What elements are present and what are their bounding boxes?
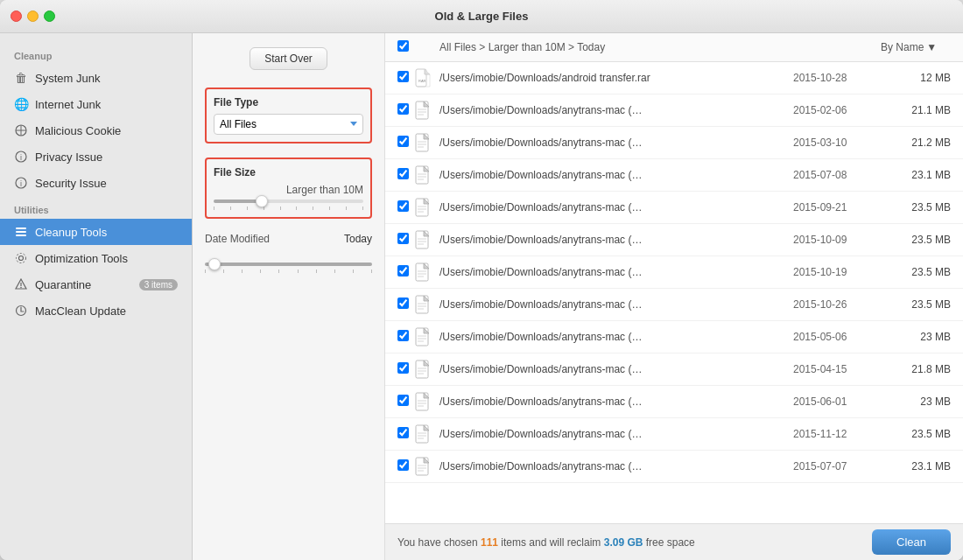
- row-checkbox-1[interactable]: [397, 103, 415, 117]
- row-check-input-7[interactable]: [397, 298, 409, 309]
- row-checkbox-4[interactable]: [397, 200, 415, 214]
- date-tick-1: [205, 270, 206, 273]
- table-row: RAR /Users/imobie/Downloads/android tran…: [385, 62, 963, 94]
- row-check-input-4[interactable]: [397, 200, 409, 212]
- row-check-input-8[interactable]: [397, 330, 409, 341]
- table-row: /Users/imobie/Downloads/anytrans-mac (… …: [385, 289, 963, 321]
- row-checkbox-3[interactable]: [397, 168, 415, 182]
- privacy-icon: i: [14, 150, 28, 164]
- filter-panel: Start Over File Type All Files Archives …: [193, 33, 385, 560]
- clean-button[interactable]: Clean: [872, 529, 951, 555]
- row-checkbox-6[interactable]: [397, 265, 415, 279]
- row-checkbox-8[interactable]: [397, 330, 415, 344]
- file-icon-1: [415, 101, 434, 120]
- date-tick-3: [242, 270, 243, 273]
- sort-by-name[interactable]: By Name ▼: [881, 41, 951, 53]
- start-over-button[interactable]: Start Over: [250, 47, 327, 70]
- sidebar-item-privacy-issue[interactable]: i Privacy Issue: [0, 144, 192, 170]
- sidebar-item-malicious-cookie[interactable]: Malicious Cookie: [0, 117, 192, 144]
- gear-icon: [14, 251, 28, 265]
- file-size-6: 23.5 MB: [881, 266, 951, 278]
- minimize-button[interactable]: [27, 10, 39, 22]
- file-size-4: 23.5 MB: [881, 201, 951, 214]
- status-bar: You have chosen 111 items and will recla…: [385, 523, 963, 560]
- row-check-input-6[interactable]: [397, 265, 409, 276]
- row-checkbox-11[interactable]: [397, 427, 415, 441]
- table-row: /Users/imobie/Downloads/anytrans-mac (… …: [385, 354, 963, 386]
- row-checkbox-10[interactable]: [397, 395, 415, 409]
- date-slider-thumb[interactable]: [208, 258, 221, 270]
- row-checkbox-7[interactable]: [397, 298, 415, 312]
- trash-icon: 🗑: [14, 71, 28, 85]
- file-size-7: 23.5 MB: [881, 298, 951, 311]
- file-rows: RAR /Users/imobie/Downloads/android tran…: [385, 62, 963, 523]
- file-path-5: /Users/imobie/Downloads/anytrans-mac (…: [439, 234, 793, 246]
- status-size: 3.09 GB: [604, 536, 643, 549]
- close-button[interactable]: [11, 10, 22, 22]
- file-path-8: /Users/imobie/Downloads/anytrans-mac (…: [439, 331, 793, 343]
- svg-rect-7: [16, 228, 26, 229]
- sidebar-label-cleanup-tools: Cleanup Tools: [35, 226, 178, 239]
- file-size-2: 21.2 MB: [881, 136, 951, 149]
- row-check-input-0[interactable]: [397, 71, 409, 82]
- status-middle: items and will reclaim: [498, 536, 604, 549]
- row-checkbox-9[interactable]: [397, 362, 415, 376]
- sidebar-label-malicious-cookie: Malicious Cookie: [35, 124, 178, 137]
- date-tick-5: [278, 270, 279, 273]
- row-check-input-11[interactable]: [397, 427, 409, 438]
- file-path-3: /Users/imobie/Downloads/anytrans-mac (…: [439, 169, 793, 181]
- file-path-11: /Users/imobie/Downloads/anytrans-mac (…: [439, 428, 793, 440]
- table-row: /Users/imobie/Downloads/anytrans-mac (… …: [385, 386, 963, 418]
- file-date-5: 2015-10-09: [793, 234, 881, 246]
- file-path-0: /Users/imobie/Downloads/android transfer…: [439, 72, 793, 84]
- file-size-value: Larger than 10M: [214, 184, 363, 196]
- sidebar-item-cleanup-tools[interactable]: Cleanup Tools: [0, 219, 192, 245]
- file-size-12: 23.1 MB: [881, 460, 951, 472]
- table-row: /Users/imobie/Downloads/anytrans-mac (… …: [385, 127, 963, 159]
- status-text: You have chosen 111 items and will recla…: [397, 536, 695, 549]
- select-all-checkbox[interactable]: [397, 40, 409, 52]
- table-row: /Users/imobie/Downloads/anytrans-mac (… …: [385, 418, 963, 451]
- file-size-slider-thumb[interactable]: [256, 195, 268, 207]
- file-size-11: 23.5 MB: [881, 428, 951, 440]
- row-checkbox-12[interactable]: [397, 459, 415, 473]
- file-type-select[interactable]: All Files Archives Documents Images Vide…: [214, 114, 363, 135]
- date-tick-10: [371, 270, 372, 273]
- row-checkbox-0[interactable]: [397, 71, 415, 85]
- row-check-input-2[interactable]: [397, 136, 409, 147]
- sidebar-item-internet-junk[interactable]: 🌐 Internet Junk: [0, 91, 192, 117]
- row-check-input-1[interactable]: [397, 103, 409, 115]
- sidebar-item-security-issue[interactable]: i Security Issue: [0, 170, 192, 196]
- window-title: Old & Large Files: [435, 10, 529, 23]
- sort-label-text: By Name: [881, 41, 924, 53]
- table-row: /Users/imobie/Downloads/anytrans-mac (… …: [385, 224, 963, 256]
- table-row: /Users/imobie/Downloads/anytrans-mac (… …: [385, 94, 963, 127]
- sidebar-item-system-junk[interactable]: 🗑 System Junk: [0, 65, 192, 91]
- globe-icon: 🌐: [14, 97, 28, 111]
- row-check-input-3[interactable]: [397, 168, 409, 179]
- file-size-8: 23 MB: [881, 331, 951, 343]
- date-modified-slider-container: [205, 262, 372, 273]
- svg-rect-8: [16, 231, 26, 233]
- svg-text:RAR: RAR: [418, 79, 426, 83]
- sidebar-item-optimization-tools[interactable]: Optimization Tools: [0, 245, 192, 271]
- tick-8: [329, 206, 330, 210]
- sort-chevron-icon: ▼: [926, 41, 937, 53]
- file-size-10: 23 MB: [881, 396, 951, 408]
- row-checkbox-5[interactable]: [397, 233, 415, 247]
- sidebar-item-macclean-update[interactable]: MacClean Update: [0, 298, 192, 324]
- svg-text:i: i: [20, 153, 22, 162]
- row-check-input-10[interactable]: [397, 395, 409, 406]
- row-check-input-12[interactable]: [397, 459, 409, 471]
- sidebar-label-security-issue: Security Issue: [35, 177, 178, 190]
- maximize-button[interactable]: [44, 10, 55, 22]
- update-icon: [14, 304, 28, 318]
- row-check-input-5[interactable]: [397, 233, 409, 244]
- row-checkbox-2[interactable]: [397, 136, 415, 150]
- row-check-input-9[interactable]: [397, 362, 409, 374]
- file-size-9: 21.8 MB: [881, 363, 951, 375]
- date-tick-9: [353, 270, 354, 273]
- sidebar-item-quarantine[interactable]: Quarantine 3 items: [0, 271, 192, 298]
- date-modified-label: Date Modified: [205, 233, 270, 245]
- file-icon-0: RAR: [415, 68, 434, 88]
